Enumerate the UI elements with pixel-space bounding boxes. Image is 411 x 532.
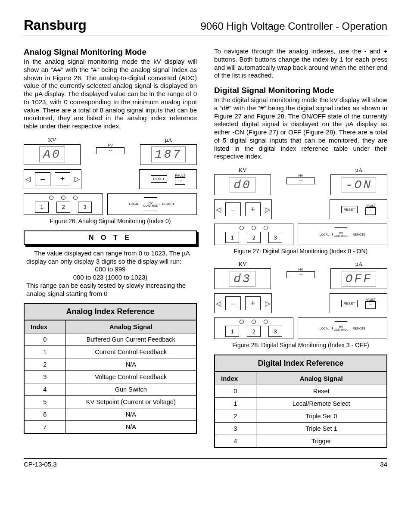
digital-index-table: Digital Index Reference Index Analog Sig… xyxy=(214,355,387,448)
ua-label: µA xyxy=(330,261,387,268)
analog-col-index: Index xyxy=(24,320,65,333)
cell-index: 5 xyxy=(24,396,65,408)
local-label: LOCAL xyxy=(320,327,330,330)
cell-signal: KV Setpoint (Current or Voltage) xyxy=(65,396,196,408)
minus-button[interactable]: – xyxy=(225,296,241,310)
table-row: 1Current Control Feedback xyxy=(24,346,196,358)
preset-led-icon xyxy=(264,320,268,324)
note-range-2: 000 to 023 (1000 to 1023) xyxy=(26,274,194,282)
preset-3-button[interactable]: 3 xyxy=(268,232,282,243)
preset-led-icon xyxy=(61,196,65,200)
analog-col-signal: Analog Signal xyxy=(65,320,196,333)
hv-control-button[interactable]: HV CONTROL xyxy=(142,197,160,211)
right-arrow-icon: ▷ xyxy=(265,299,270,308)
ua-label: µA xyxy=(140,137,197,143)
preset-led-icon xyxy=(252,226,256,230)
preset-3-button[interactable]: 3 xyxy=(78,202,92,213)
remote-label: REMOTE xyxy=(353,233,366,236)
kv-display: d3 xyxy=(230,271,255,287)
footer-page-number: 34 xyxy=(380,460,387,468)
minus-button[interactable]: – xyxy=(225,202,241,216)
preset-1-button[interactable]: 1 xyxy=(225,326,239,337)
right-column: To navigate through the analog indexes, … xyxy=(214,47,387,448)
digital-col-signal: Analog Signal xyxy=(256,372,387,385)
cell-index: 7 xyxy=(24,421,65,434)
cell-index: 1 xyxy=(24,346,65,358)
figure-26-caption: Figure 26: Analog Signal Monitoring (Ind… xyxy=(24,218,197,224)
cell-signal: Triple Set 1 xyxy=(256,423,387,435)
cell-signal: Triple Set 0 xyxy=(256,410,387,423)
reset-button[interactable]: RESET xyxy=(341,300,358,307)
footer-doc-code: CP-13-05.3 xyxy=(24,460,57,468)
cell-index: 3 xyxy=(215,423,256,435)
fault-label: FAULT xyxy=(365,204,376,208)
ua-display: -ON xyxy=(342,177,376,193)
table-row: 3Triple Set 1 xyxy=(215,423,387,435)
note-box-title: N O T E xyxy=(24,230,197,245)
reset-button[interactable]: RESET xyxy=(341,206,358,213)
preset-led-icon xyxy=(240,226,244,230)
plus-button[interactable]: + xyxy=(55,172,70,186)
preset-3-button[interactable]: 3 xyxy=(268,326,282,337)
navigation-paragraph: To navigate through the analog indexes, … xyxy=(214,47,387,80)
table-row: 7N/A xyxy=(24,421,196,434)
preset-2-button[interactable]: 2 xyxy=(247,232,261,243)
table-row: 0Reset xyxy=(215,385,387,398)
digital-mode-paragraph: In the digital signal monitoring mode th… xyxy=(214,96,387,161)
table-row: 3Voltage Control Feedback xyxy=(24,371,196,383)
kv-display: d0 xyxy=(230,177,255,193)
hv-control-button[interactable]: HV CONTROL xyxy=(332,227,350,241)
preset-2-button[interactable]: 2 xyxy=(56,202,70,213)
right-arrow-icon: ▷ xyxy=(75,175,80,183)
table-row: 4Trigger xyxy=(215,435,387,448)
analog-mode-heading: Analog Signal Monitoring Mode xyxy=(24,47,197,57)
digital-col-index: Index xyxy=(215,372,256,385)
kv-label: KV xyxy=(214,167,271,174)
table-row: 6N/A xyxy=(24,408,196,421)
left-column: Analog Signal Monitoring Mode In the ana… xyxy=(24,47,197,448)
fault-indicator-icon: 〰 xyxy=(175,177,185,185)
preset-2-button[interactable]: 2 xyxy=(247,326,261,337)
kv-label: KV xyxy=(24,137,81,143)
preset-led-icon xyxy=(240,320,244,324)
fault-label: FAULT xyxy=(365,298,376,302)
hv-control-button[interactable]: HV CONTROL xyxy=(332,321,350,335)
cell-signal: N/A xyxy=(65,408,196,421)
plus-button[interactable]: + xyxy=(245,202,261,216)
hv-indicator-label: HV xyxy=(96,143,125,147)
reset-button[interactable]: RESET xyxy=(151,175,168,183)
cell-index: 3 xyxy=(24,371,65,383)
cell-signal: Voltage Control Feedback xyxy=(65,371,196,383)
ua-display: OFF xyxy=(342,271,376,287)
plus-button[interactable]: + xyxy=(245,296,261,310)
preset-led-icon xyxy=(264,226,268,230)
page-header: Ransburg 9060 High Voltage Controller - … xyxy=(24,17,387,35)
cell-signal: N/A xyxy=(65,358,196,371)
preset-1-button[interactable]: 1 xyxy=(225,232,239,243)
cell-signal: Buffered Gun Current Feedback xyxy=(65,333,196,346)
kv-label: KV xyxy=(214,261,271,268)
cell-signal: Gun Switch xyxy=(65,383,196,396)
remote-label: REMOTE xyxy=(162,202,175,205)
ua-label: µA xyxy=(330,167,387,174)
hv-indicator-label: HV xyxy=(286,174,315,177)
figure-28-caption: Figure 28: Digital Signal Monitoring (In… xyxy=(214,342,387,348)
preset-1-button[interactable]: 1 xyxy=(35,202,49,213)
cell-signal: N/A xyxy=(65,421,196,434)
hv-indicator-icon: 〰 xyxy=(96,147,125,154)
hv-indicator-icon: 〰 xyxy=(286,271,315,278)
table-row: 4Gun Switch xyxy=(24,383,196,396)
remote-label: REMOTE xyxy=(353,327,366,330)
fault-label: FAULT xyxy=(175,174,185,177)
cell-index: 6 xyxy=(24,408,65,421)
minus-button[interactable]: – xyxy=(35,172,50,186)
cell-index: 0 xyxy=(24,333,65,346)
note-body: The value displayed can range from 0 to … xyxy=(26,249,194,298)
note-range-1: 000 to 999 xyxy=(26,265,194,274)
preset-led-icon xyxy=(252,320,256,324)
page-footer: CP-13-05.3 34 xyxy=(24,458,387,468)
preset-led-icon xyxy=(49,196,53,200)
cell-signal: Local/Remote Select xyxy=(256,398,387,410)
left-arrow-icon: ◁ xyxy=(25,175,31,183)
figure-26-panel: KV A0 HV 〰 µA 187 ◁ – xyxy=(24,137,197,215)
